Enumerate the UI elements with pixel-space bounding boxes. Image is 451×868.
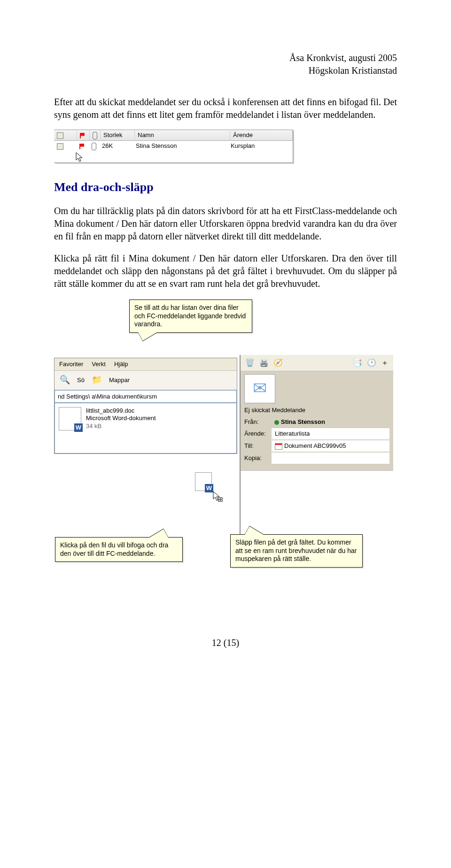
label-to: Till: [244, 442, 272, 450]
callout-bottom-left: Klicka på den fil du vill bifoga och dra… [55, 537, 183, 562]
label-from: Från: [244, 418, 272, 426]
page-number: 12 (15) [54, 637, 397, 649]
explorer-menubar: Favoriter Verkt Hjälp [54, 358, 237, 371]
from-name: Stina Stensson [281, 418, 325, 425]
screenshot-message-list: Storlek Namn Ärende 26K Stina Stensson K… [54, 130, 293, 163]
person-icon [274, 420, 279, 425]
file-size: 34 kB [86, 422, 156, 430]
section-paragraph-2: Klicka på rätt fil i Mina dokument / Den… [54, 252, 397, 290]
folders-icon[interactable]: 📁 [90, 374, 103, 387]
menu-verktyg[interactable]: Verkt [92, 360, 106, 369]
explorer-body: littlist_abc999.doc Microsoft Word-dokum… [54, 403, 237, 453]
to-name: Dokument ABC999v05 [284, 442, 346, 449]
attachment-icon [92, 143, 96, 150]
callout-bottom-right: Släpp filen på det grå fältet. Du kommer… [230, 534, 363, 568]
label-cc: Kopia: [244, 454, 272, 462]
file-type: Microsoft Word-dokument [86, 415, 156, 422]
callout-top: Se till att du har listan över dina file… [129, 300, 252, 333]
address-bar[interactable]: nd Settings\ a\Mina dokument\kursm [54, 390, 237, 403]
intro-paragraph: Efter att du skickat meddelandet ser du … [54, 96, 397, 121]
value-to[interactable]: Dokument ABC999v05 [272, 440, 389, 452]
sort-icon [57, 132, 63, 139]
toolbar-folders-label[interactable]: Mappar [109, 376, 130, 384]
flag-icon [79, 144, 84, 149]
header-org: Högskolan Kristianstad [54, 64, 397, 77]
screenshot-drag-drop: Se till att du har listan över dina file… [54, 299, 392, 599]
drag-cursor-icon [213, 491, 223, 506]
copy-icon[interactable]: 📑 [353, 358, 362, 368]
col-size[interactable]: Storlek [101, 130, 135, 141]
cursor-icon [76, 152, 84, 162]
add-icon[interactable]: ＋ [381, 358, 389, 368]
menu-favoriter[interactable]: Favoriter [59, 360, 83, 369]
mail-icon [57, 143, 63, 150]
section-heading: Med dra-och-släpp [54, 179, 397, 195]
trash-icon[interactable]: 🗑️ [245, 358, 255, 368]
drag-ghost [195, 472, 212, 491]
label-subject: Ärende: [244, 430, 272, 438]
history-icon[interactable]: 🕑 [367, 358, 376, 368]
calendar-icon [275, 443, 282, 450]
print-icon[interactable]: 🖨️ [259, 358, 269, 368]
flag-icon [80, 133, 85, 138]
word-file-icon [195, 472, 212, 491]
value-cc[interactable] [272, 453, 389, 464]
cell-subject: Kursplan [228, 140, 293, 152]
message-envelope-icon: ✉︎ [244, 374, 275, 403]
table-row[interactable]: 26K Stina Stensson Kursplan [54, 141, 293, 151]
message-header: ✉︎ Ej skickat Meddelande Från: Stina Ste… [241, 371, 393, 471]
section-paragraph-1: Om du har tillräcklig plats på din dator… [54, 205, 397, 243]
page-header: Åsa Kronkvist, augusti 2005 Högskolan Kr… [54, 52, 397, 77]
menu-hjalp[interactable]: Hjälp [114, 360, 128, 369]
field-to: Till: Dokument ABC999v05 [244, 440, 389, 452]
message-toolbar: 🗑️ 🖨️ 🧭 📑 🕑 ＋ [241, 355, 393, 371]
value-from: Stina Stensson [272, 417, 389, 427]
col-name[interactable]: Namn [135, 130, 230, 141]
explorer-window: Favoriter Verkt Hjälp 🔍 Sö 📁 Mappar nd S… [54, 358, 237, 454]
table-header-row: Storlek Namn Ärende [54, 130, 293, 141]
file-name: littlist_abc999.doc [86, 407, 156, 415]
file-metadata[interactable]: littlist_abc999.doc Microsoft Word-dokum… [86, 407, 156, 430]
field-from: Från: Stina Stensson [244, 417, 389, 427]
toolbar-search-label[interactable]: Sö [77, 376, 85, 384]
value-subject[interactable]: Litteraturlista [272, 428, 389, 439]
word-file-icon[interactable] [59, 407, 81, 430]
message-status: Ej skickat Meddelande [244, 406, 389, 415]
field-subject: Ärende: Litteraturlista [244, 428, 389, 439]
cell-name: Stina Stensson [133, 140, 228, 152]
explorer-toolbar: 🔍 Sö 📁 Mappar [54, 371, 237, 390]
globe-icon[interactable]: 🧭 [273, 358, 283, 368]
search-icon[interactable]: 🔍 [58, 374, 71, 387]
header-author: Åsa Kronkvist, augusti 2005 [54, 52, 397, 64]
col-subject[interactable]: Ärende [230, 130, 293, 141]
cell-size: 26K [99, 140, 133, 152]
attachment-icon [93, 132, 97, 139]
message-window: 🗑️ 🖨️ 🧭 📑 🕑 ＋ ✉︎ Ej skickat Meddelande F… [240, 355, 393, 546]
field-cc: Kopia: [244, 453, 389, 464]
